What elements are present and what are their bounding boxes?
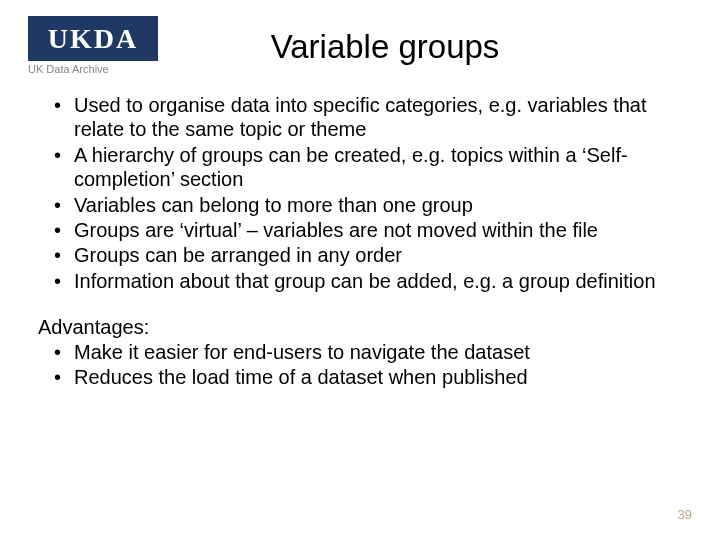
advantage-item: Reduces the load time of a dataset when … xyxy=(74,365,682,389)
main-bullet-list: Used to organise data into specific cate… xyxy=(38,93,682,293)
slide-title: Variable groups xyxy=(88,28,682,66)
content: Used to organise data into specific cate… xyxy=(38,93,682,389)
bullet-item: Groups can be arranged in any order xyxy=(74,243,682,267)
advantages-label: Advantages: xyxy=(38,315,682,339)
slide: UKDA UK Data Archive Variable groups Use… xyxy=(0,0,720,540)
page-number: 39 xyxy=(678,507,692,522)
bullet-item: Used to organise data into specific cate… xyxy=(74,93,682,142)
bullet-item: Information about that group can be adde… xyxy=(74,269,682,293)
advantages-list: Make it easier for end-users to navigate… xyxy=(38,340,682,390)
advantage-item: Make it easier for end-users to navigate… xyxy=(74,340,682,364)
bullet-item: Variables can belong to more than one gr… xyxy=(74,193,682,217)
header: UKDA UK Data Archive Variable groups xyxy=(38,12,682,75)
bullet-item: A hierarchy of groups can be created, e.… xyxy=(74,143,682,192)
bullet-item: Groups are ‘virtual’ – variables are not… xyxy=(74,218,682,242)
